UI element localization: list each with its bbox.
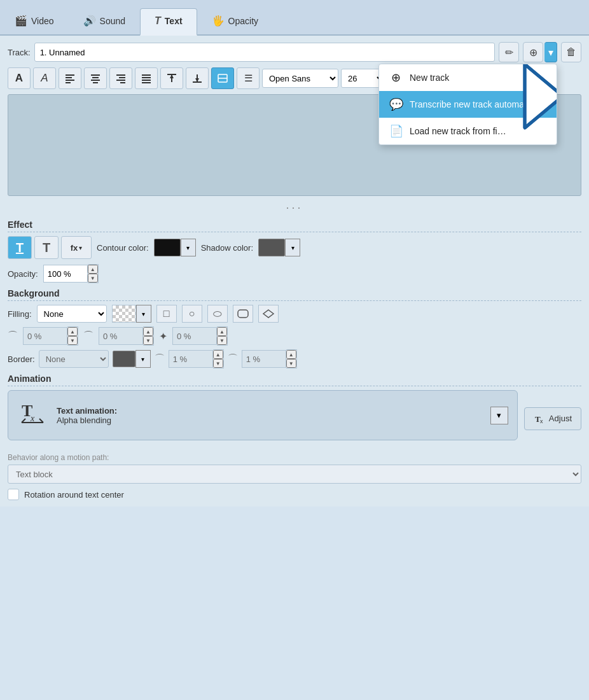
bg-filling-row: Filling: None ▾ □ ○ ⬭	[8, 305, 581, 323]
border-select[interactable]: None	[39, 350, 109, 368]
list-button[interactable]: ☰	[237, 67, 260, 89]
shadow-color-dropdown[interactable]: ▾	[285, 239, 300, 256]
filling-select[interactable]: None	[37, 305, 107, 323]
opacity-down[interactable]: ▼	[88, 274, 98, 283]
menu-item-new-track[interactable]: ⊕ New track	[379, 64, 557, 91]
rotation-label: Rotation around text center	[24, 490, 124, 500]
bg-color-dropdown[interactable]: ▾	[136, 305, 151, 323]
adjust-button[interactable]: T x Adjust	[524, 407, 581, 430]
shape-oval-btn[interactable]: ⬭	[207, 305, 228, 323]
italic-button[interactable]: A	[33, 67, 56, 89]
tab-opacity[interactable]: 🖐 Opacity	[197, 8, 273, 34]
sound-icon: 🔊	[83, 15, 96, 27]
shape-circle-btn[interactable]: ○	[182, 305, 202, 323]
border-r2-down[interactable]: ▼	[286, 359, 296, 368]
radius1-spinner: ▲ ▼	[67, 326, 78, 346]
motion-select-group: Text block	[8, 465, 581, 484]
radius3-down[interactable]: ▼	[217, 336, 227, 345]
filling-label: Filling:	[8, 309, 32, 319]
shape-rect-btn[interactable]: □	[156, 305, 177, 323]
corner-icon-2: ⌒	[83, 330, 94, 343]
add-track-dropdown-button[interactable]: ▾	[544, 42, 557, 62]
effect-outline-btn[interactable]: T	[34, 236, 59, 259]
radius3-input[interactable]	[172, 327, 217, 345]
opacity-row: Opacity: ▲ ▼	[8, 264, 581, 283]
add-track-dropdown-menu: ⊕ New track 💬 Transcribe new track autom…	[378, 64, 557, 145]
svg-marker-29	[263, 310, 274, 318]
edit-track-button[interactable]: ✏	[499, 42, 519, 62]
opacity-input-group: ▲ ▼	[43, 264, 99, 283]
radius2-down[interactable]: ▼	[143, 336, 153, 345]
effect-icons-row: T T fx ▾ Contour color: ▾ Shadow color: …	[8, 236, 581, 259]
svg-text:x: x	[540, 418, 543, 424]
tab-sound[interactable]: 🔊 Sound	[69, 8, 140, 34]
animation-box: T x Text animation: Alpha blending ▾	[8, 390, 518, 440]
valign-top-button[interactable]	[160, 67, 183, 89]
align-right-button[interactable]	[109, 67, 132, 89]
opacity-input[interactable]	[43, 265, 88, 283]
menu-item-transcribe-label: Transcribe new track automatically	[410, 99, 546, 109]
shadow-color-btn[interactable]	[258, 239, 285, 256]
border-label: Border:	[8, 354, 35, 364]
radius1-down[interactable]: ▼	[67, 336, 78, 345]
shape-rounded-rect-btn[interactable]	[233, 305, 253, 323]
border-color-btn[interactable]	[113, 351, 135, 367]
shape-diamond-btn[interactable]	[258, 305, 279, 323]
background-section-header: Background	[8, 288, 581, 301]
border-r1-down[interactable]: ▼	[213, 359, 223, 368]
border-radius1-spinner: ▲ ▼	[213, 349, 224, 368]
bg-checker-btn[interactable]	[112, 305, 136, 323]
fx-arrow: ▾	[79, 244, 82, 251]
radius3-spinner: ▲ ▼	[217, 326, 228, 346]
tab-text[interactable]: T Text	[140, 8, 197, 36]
radius3-up[interactable]: ▲	[217, 327, 227, 336]
align-justify-button[interactable]	[135, 67, 158, 89]
motion-label: Behavior along a motion path:	[8, 453, 581, 462]
bold-button[interactable]: A	[8, 67, 31, 89]
svg-rect-28	[238, 310, 248, 318]
border-r1-up[interactable]: ▲	[213, 350, 223, 359]
valign-bottom-button[interactable]	[186, 67, 209, 89]
align-active-button[interactable]	[211, 67, 234, 89]
border-color-dropdown[interactable]: ▾	[135, 350, 151, 368]
radius1-input[interactable]	[23, 327, 67, 345]
add-track-button[interactable]: ⊕	[523, 42, 543, 62]
contour-color-dropdown[interactable]: ▾	[181, 239, 196, 256]
adjust-label: Adjust	[549, 414, 572, 423]
tab-sound-label: Sound	[100, 16, 125, 26]
effect-fx-btn[interactable]: fx ▾	[61, 236, 92, 259]
effect-text-btn[interactable]: T	[8, 236, 32, 259]
tab-video[interactable]: 🎬 Video	[0, 8, 69, 34]
border-r2-up[interactable]: ▲	[286, 350, 296, 359]
radius2-up[interactable]: ▲	[143, 327, 153, 336]
track-select[interactable]: 1. Unnamed	[34, 43, 495, 62]
fx-label: fx	[71, 243, 78, 253]
radius2-input[interactable]	[99, 327, 143, 345]
contour-color-label: Contour color:	[97, 243, 149, 253]
border-radius1-input[interactable]	[169, 350, 213, 368]
rotation-row: Rotation around text center	[8, 489, 581, 500]
motion-select[interactable]: Text block	[8, 465, 581, 484]
animation-dropdown-btn[interactable]: ▾	[490, 407, 508, 424]
border-radius2-input[interactable]	[242, 350, 286, 368]
track-row: Track: 1. Unnamed ✏ ⊕ ▾ ⊕ New track 💬 Tr…	[8, 42, 581, 62]
align-center-button[interactable]	[84, 67, 107, 89]
contour-color-group: ▾	[154, 239, 196, 256]
border-color-group: ▾	[113, 350, 151, 368]
opacity-spinner: ▲ ▼	[88, 264, 99, 283]
delete-track-button[interactable]: 🗑	[561, 42, 581, 62]
menu-item-load-file-label: Load new track from fi…	[410, 126, 506, 136]
svg-text:x: x	[30, 414, 35, 423]
contour-color-btn[interactable]	[154, 239, 181, 256]
tab-text-label: Text	[165, 16, 183, 26]
menu-item-transcribe[interactable]: 💬 Transcribe new track automatically	[379, 91, 557, 118]
load-file-icon: 📄	[389, 124, 403, 138]
menu-item-load-file[interactable]: 📄 Load new track from fi…	[379, 118, 557, 144]
rotation-checkbox[interactable]	[8, 489, 19, 500]
opacity-up[interactable]: ▲	[88, 265, 98, 274]
track-label: Track:	[8, 48, 31, 57]
align-left-button[interactable]	[59, 67, 81, 89]
font-select[interactable]: Open Sans	[262, 69, 338, 88]
radius1-up[interactable]: ▲	[67, 327, 78, 336]
tabs-bar: 🎬 Video 🔊 Sound T Text 🖐 Opacity	[0, 0, 589, 36]
